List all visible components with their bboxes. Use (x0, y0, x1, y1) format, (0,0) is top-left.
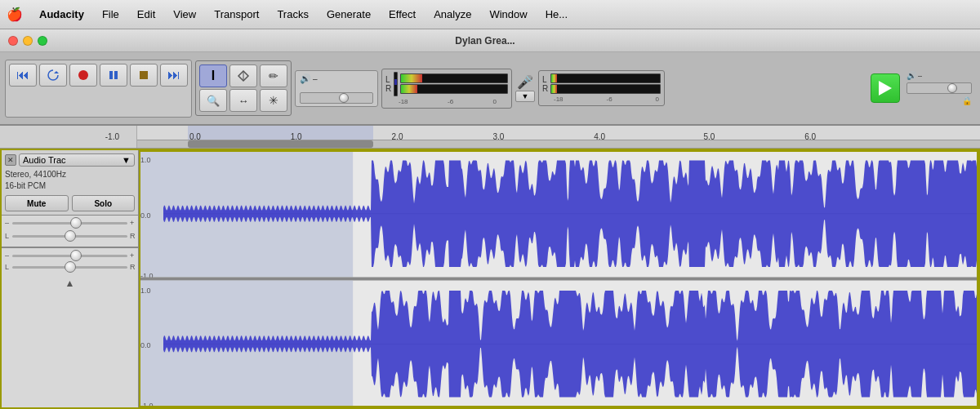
track-mute-solo-controls: Mute Solo (5, 195, 135, 211)
out-vu-18: -18 (554, 96, 564, 103)
gain-slider-track (12, 222, 127, 225)
track-lower-controls: – + L R ▲ (2, 248, 138, 292)
pan-slider-thumb[interactable] (65, 230, 76, 242)
svg-rect-2 (109, 71, 113, 79)
out-vu-6: -6 (606, 96, 612, 103)
track-info: Stereo, 44100Hz 16-bit PCM (5, 168, 135, 193)
waveform-container[interactable] (139, 150, 978, 407)
pan-slider-track (12, 235, 127, 238)
play-button[interactable] (871, 73, 900, 103)
menu-audacity[interactable]: Audacity (31, 7, 92, 22)
vu-mark-6: -6 (448, 98, 453, 105)
gain-plus: + (130, 219, 135, 227)
pan2-slider-track (12, 266, 127, 269)
record-button[interactable] (69, 64, 97, 87)
out-vu-0: 0 (656, 96, 659, 103)
track-name-dropdown[interactable]: Audio Trac ▼ (19, 153, 135, 167)
track-name-label: Audio Trac (23, 155, 66, 165)
pause-button[interactable] (100, 64, 127, 87)
multi-tool[interactable]: ✳ (260, 89, 287, 112)
mic-controls: 🎤 ▼ (515, 74, 535, 102)
track-close-button[interactable]: ✕ (5, 154, 16, 166)
gain2-minus: – (5, 251, 10, 260)
title-bar: Dylan Grea... (0, 29, 980, 52)
vu-mark-0: 0 (493, 98, 497, 105)
maximize-button[interactable] (38, 36, 47, 46)
transport-row: ⏮ ⏭ (9, 64, 188, 87)
traffic-lights (8, 36, 47, 46)
toolbar-area: ⏮ ⏭ I (0, 52, 980, 126)
track-sample-rate: Stereo, 44100Hz (5, 169, 135, 180)
lr-label: LR (385, 75, 391, 93)
svg-marker-7 (879, 81, 892, 96)
gain2-slider-thumb[interactable] (70, 250, 82, 261)
minimize-button[interactable] (23, 36, 33, 46)
vu-mark-18: -18 (399, 98, 408, 105)
pan-l: L (5, 232, 10, 240)
menu-window[interactable]: Window (481, 7, 535, 22)
pan2-slider-thumb[interactable] (65, 261, 76, 273)
timeline-ruler: -1.0 0.0 1.0 2.0 3.0 4.0 5.0 6.0 (0, 126, 980, 149)
pan2-r: R (130, 263, 135, 271)
pan-r: R (130, 232, 135, 240)
track-panel: ✕ Audio Trac ▼ Stereo, 44100Hz 16-bit PC… (2, 150, 139, 407)
track-dropdown-arrow: ▼ (122, 155, 131, 165)
svg-marker-0 (54, 71, 59, 73)
menu-analyze[interactable]: Analyze (425, 7, 479, 22)
loop-button[interactable] (39, 64, 67, 87)
menu-tracks[interactable]: Tracks (269, 7, 317, 22)
apple-menu[interactable]: 🍎 (7, 7, 23, 22)
ruler-mark-neg1: -1.0 (105, 132, 119, 141)
svg-rect-3 (114, 71, 118, 79)
track-bit-depth: 16-bit PCM (5, 180, 135, 192)
mic-dropdown[interactable]: ▼ (515, 91, 535, 102)
output-meter: LR -18 -6 0 (538, 70, 665, 106)
solo-button[interactable]: Solo (72, 195, 136, 211)
track-header-upper: ✕ Audio Trac ▼ Stereo, 44100Hz 16-bit PC… (2, 150, 138, 216)
main-content: ✕ Audio Trac ▼ Stereo, 44100Hz 16-bit PC… (0, 149, 980, 409)
close-button[interactable] (8, 36, 18, 46)
menu-bar: 🍎 Audacity File Edit View Transport Trac… (0, 0, 980, 29)
speaker-icon: 🔊 (300, 73, 311, 84)
gain2-slider-track (12, 255, 127, 257)
input-controls: 🔊 – (295, 70, 378, 107)
stop-button[interactable] (130, 64, 158, 87)
menu-transport[interactable]: Transport (206, 7, 267, 22)
pan2-l: L (5, 263, 10, 271)
output-volume: 🔊 – 🔒 (903, 69, 975, 107)
mic-icon: 🎤 (517, 74, 533, 90)
mute-button[interactable]: Mute (5, 195, 69, 211)
rewind-button[interactable]: ⏮ (9, 64, 37, 87)
gain-minus: – (5, 219, 10, 227)
output-lr-label: LR (542, 75, 548, 93)
tool-selector: I ✏ 🔍 ↔ ✳ (195, 60, 292, 116)
skip-button[interactable]: ⏭ (160, 64, 188, 87)
menu-help[interactable]: He... (537, 7, 576, 22)
envelope-tool[interactable] (229, 64, 257, 87)
menu-view[interactable]: View (165, 7, 204, 22)
volume-label: – (313, 74, 318, 83)
input-meter: LR -18 -6 0 (381, 69, 512, 109)
zoom-tool[interactable]: 🔍 (199, 89, 227, 112)
svg-point-1 (78, 70, 88, 80)
output-vol-dash: – (918, 72, 922, 80)
timeshift-tool[interactable]: ↔ (229, 89, 257, 112)
transport-controls: ⏮ ⏭ (5, 60, 192, 118)
track-sliders-upper: – + L R (2, 216, 138, 248)
menu-edit[interactable]: Edit (129, 7, 163, 22)
draw-tool[interactable]: ✏ (260, 64, 287, 87)
shield-icon: 🔒 (962, 96, 972, 105)
menu-file[interactable]: File (94, 7, 127, 22)
gain-slider-thumb[interactable] (70, 217, 82, 229)
collapse-arrow[interactable]: ▲ (65, 278, 75, 289)
menu-generate[interactable]: Generate (318, 7, 379, 22)
menu-effect[interactable]: Effect (381, 7, 424, 22)
cursor-tool[interactable]: I (199, 64, 227, 87)
svg-rect-4 (140, 71, 148, 79)
gain2-plus: + (130, 251, 135, 260)
window-title: Dylan Grea... (455, 35, 514, 47)
output-vol-icon: 🔊 (906, 71, 916, 80)
waveform-canvas[interactable] (139, 150, 978, 407)
